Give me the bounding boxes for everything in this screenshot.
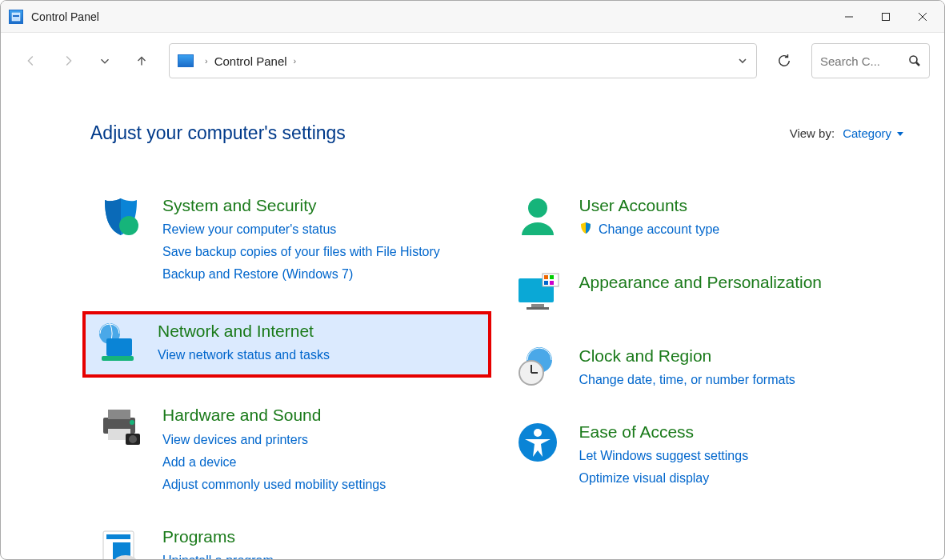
back-button[interactable] xyxy=(15,45,47,77)
category-title-clock[interactable]: Clock and Region xyxy=(579,346,795,366)
category-clock-region: Clock and Region Change date, time, or n… xyxy=(507,341,905,394)
chevron-right-icon[interactable]: › xyxy=(205,56,208,66)
chevron-right-icon[interactable]: › xyxy=(294,56,297,66)
control-panel-icon xyxy=(178,54,194,67)
category-title-system-security[interactable]: System and Security xyxy=(162,195,440,215)
user-icon xyxy=(512,194,563,238)
svg-rect-27 xyxy=(531,304,544,307)
search-icon xyxy=(908,54,921,67)
view-by-control: View by: Category xyxy=(790,126,904,140)
svg-rect-15 xyxy=(108,410,130,419)
address-bar[interactable]: › Control Panel › xyxy=(169,43,757,78)
link-backup-restore[interactable]: Backup and Restore (Windows 7) xyxy=(162,263,440,286)
window-title: Control Panel xyxy=(31,10,99,23)
svg-line-8 xyxy=(916,62,919,66)
svg-rect-30 xyxy=(544,275,548,279)
category-appearance: Appearance and Personalization xyxy=(507,267,905,318)
link-review-status[interactable]: Review your computer's status xyxy=(162,218,440,241)
printer-icon xyxy=(95,403,146,448)
programs-icon xyxy=(95,525,146,560)
view-by-label: View by: xyxy=(790,126,835,140)
recent-locations-button[interactable] xyxy=(89,45,121,77)
svg-rect-31 xyxy=(550,275,554,279)
svg-rect-21 xyxy=(106,534,130,539)
link-date-time-formats[interactable]: Change date, time, or number formats xyxy=(579,369,795,391)
svg-rect-1 xyxy=(13,15,19,17)
view-by-dropdown[interactable]: Category xyxy=(843,126,904,140)
page-title: Adjust your computer's settings xyxy=(90,122,346,144)
content-area: Adjust your computer's settings View by:… xyxy=(1,89,944,560)
link-file-history[interactable]: Save backup copies of your files with Fi… xyxy=(162,241,440,263)
uac-shield-icon xyxy=(579,219,592,242)
category-title-programs[interactable]: Programs xyxy=(162,526,274,546)
link-optimize-display[interactable]: Optimize visual display xyxy=(579,467,749,490)
refresh-button[interactable] xyxy=(765,43,803,78)
category-user-accounts: User Accounts Change account type xyxy=(507,190,905,245)
category-system-security: System and Security Review your computer… xyxy=(90,190,488,289)
link-mobility-settings[interactable]: Adjust commonly used mobility settings xyxy=(162,474,386,496)
category-title-user-accounts[interactable]: User Accounts xyxy=(579,195,720,215)
breadcrumb-control-panel[interactable]: Control Panel xyxy=(214,54,287,68)
content-header: Adjust your computer's settings View by:… xyxy=(90,122,904,144)
link-devices-printers[interactable]: View devices and printers xyxy=(162,429,386,451)
link-network-status[interactable]: View network status and tasks xyxy=(158,344,330,366)
category-columns: System and Security Review your computer… xyxy=(90,190,904,560)
svg-marker-9 xyxy=(897,132,903,136)
category-ease-of-access: Ease of Access Let Windows suggest setti… xyxy=(507,417,905,493)
title-bar: Control Panel xyxy=(1,1,944,33)
shield-icon xyxy=(95,194,146,238)
control-panel-app-icon xyxy=(9,10,23,24)
search-box[interactable] xyxy=(811,43,930,78)
svg-point-10 xyxy=(119,216,138,235)
svg-rect-12 xyxy=(106,338,132,356)
svg-rect-32 xyxy=(544,281,548,285)
svg-rect-33 xyxy=(550,281,554,285)
view-by-value: Category xyxy=(843,126,891,140)
category-title-network[interactable]: Network and Internet xyxy=(158,321,330,341)
link-uninstall-program[interactable]: Uninstall a program xyxy=(162,550,274,560)
close-button[interactable] xyxy=(904,1,941,33)
svg-rect-28 xyxy=(527,307,549,310)
link-add-device[interactable]: Add a device xyxy=(162,451,386,474)
clock-globe-icon xyxy=(512,344,563,389)
network-icon xyxy=(90,319,142,364)
monitor-icon xyxy=(512,270,563,315)
right-column: User Accounts Change account type Appear… xyxy=(507,190,905,560)
category-title-appearance[interactable]: Appearance and Personalization xyxy=(579,272,823,292)
svg-rect-13 xyxy=(102,356,134,361)
forward-button[interactable] xyxy=(52,45,84,77)
category-title-hardware[interactable]: Hardware and Sound xyxy=(162,405,386,425)
chevron-down-icon[interactable] xyxy=(737,55,748,66)
toolbar: › Control Panel › xyxy=(1,33,944,89)
svg-point-17 xyxy=(130,420,134,425)
svg-point-39 xyxy=(534,429,542,437)
category-network-internet: Network and Internet View network status… xyxy=(82,311,491,378)
caret-down-icon xyxy=(896,130,904,138)
svg-point-19 xyxy=(129,435,137,443)
maximize-button[interactable] xyxy=(867,1,904,33)
left-column: System and Security Review your computer… xyxy=(90,190,488,560)
svg-rect-3 xyxy=(883,13,890,20)
link-change-account-type[interactable]: Change account type xyxy=(579,218,720,242)
link-suggest-settings[interactable]: Let Windows suggest settings xyxy=(579,445,749,467)
category-programs: Programs Uninstall a program xyxy=(90,522,488,560)
svg-point-25 xyxy=(528,198,547,218)
window-controls xyxy=(831,1,941,33)
category-title-ease[interactable]: Ease of Access xyxy=(579,422,749,442)
svg-point-7 xyxy=(910,56,917,63)
minimize-button[interactable] xyxy=(831,1,867,33)
category-hardware-sound: Hardware and Sound View devices and prin… xyxy=(90,400,488,498)
accessibility-icon xyxy=(512,420,563,465)
up-button[interactable] xyxy=(126,45,158,77)
search-input[interactable] xyxy=(820,54,892,68)
link-text: Change account type xyxy=(599,222,719,236)
